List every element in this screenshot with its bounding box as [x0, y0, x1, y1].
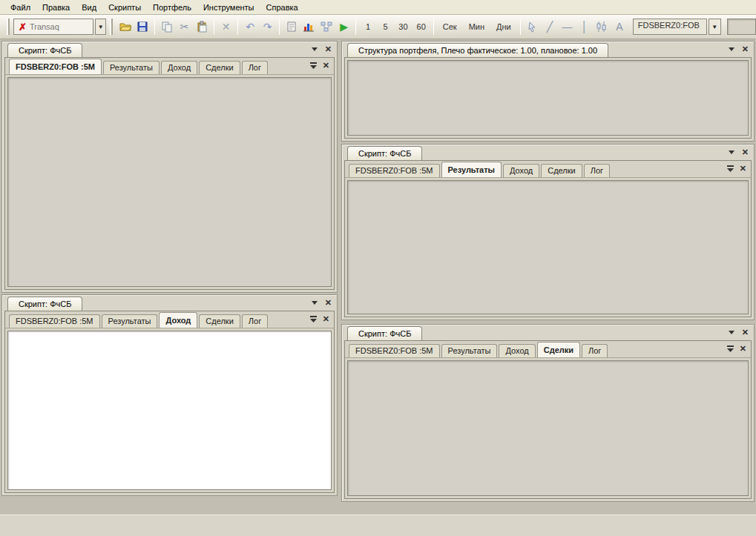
toolbar-grip[interactable] — [110, 19, 113, 35]
paste-icon — [196, 21, 208, 33]
toolbar-button-run-icon[interactable]: ▶ — [336, 18, 352, 36]
tab-close-icon[interactable]: ✕ — [323, 62, 329, 70]
tab-list-icon[interactable] — [310, 316, 317, 322]
tab-сделки[interactable]: Сделки — [199, 61, 240, 74]
toolbar-button-chart-icon[interactable] — [301, 18, 318, 36]
timeframe-button-30[interactable]: 30 — [395, 18, 411, 36]
timeframe-label: 30 — [395, 22, 410, 31]
toolbar-button-save-icon[interactable] — [135, 18, 151, 36]
unit-button-Мин[interactable]: Мин — [464, 18, 490, 36]
panel-header: Скрипт: ФчСБ ✕ — [342, 145, 754, 160]
panel-close-icon[interactable]: ✕ — [742, 148, 749, 156]
panel-tab-script[interactable]: Скрипт: ФчСБ — [347, 326, 422, 340]
tab-list-icon[interactable] — [727, 165, 734, 172]
menu-item-Портфель[interactable]: Портфель — [147, 1, 197, 13]
toolbar-button-hline-icon[interactable]: ― — [559, 18, 576, 36]
tab-fdsberz0-fob-5m[interactable]: FDSBERZ0:FOB :5M — [349, 344, 440, 357]
tab-fdsberz0-fob-5m[interactable]: FDSBERZ0:FOB :5M — [9, 314, 100, 328]
tab-лог[interactable]: Лог — [242, 61, 268, 74]
panel-tab-script[interactable]: Скрипт: ФчСБ — [347, 146, 422, 160]
timeframe-button-5[interactable]: 5 — [378, 18, 394, 36]
toolbar-button-copy-icon[interactable] — [159, 18, 175, 36]
tab-доход[interactable]: Доход — [499, 344, 535, 357]
cursor-icon — [526, 21, 539, 33]
panel-close-icon[interactable]: ✕ — [742, 328, 749, 337]
transaq-dropdown-icon[interactable]: ▼ — [95, 19, 106, 35]
unit-button-Дни[interactable]: Дни — [491, 18, 516, 36]
tab-доход[interactable]: Доход — [161, 61, 197, 74]
unit-button-Сек[interactable]: Сек — [438, 18, 462, 36]
tab-доход[interactable]: Доход — [503, 164, 539, 177]
symbol-combo-dropdown-icon[interactable]: ▼ — [709, 19, 721, 35]
tab-list-icon[interactable] — [310, 62, 317, 69]
tab-close-icon[interactable]: ✕ — [740, 345, 746, 353]
toolbar-button-paste-icon[interactable] — [194, 18, 210, 36]
toolbar-grip[interactable] — [7, 19, 10, 35]
tab-fdsberz0-fob-5m[interactable]: FDSBERZ0:FOB :5M — [349, 164, 440, 177]
toolbar-button-candles-icon[interactable] — [594, 18, 611, 36]
tab-сделки[interactable]: Сделки — [199, 314, 240, 328]
menu-item-Скрипты[interactable]: Скрипты — [102, 1, 147, 13]
tab-результаты[interactable]: Результаты — [441, 344, 498, 357]
toolbar-button-cut-icon[interactable]: ✂ — [177, 18, 193, 36]
panel-title: Скрипт: ФчСБ — [358, 329, 411, 338]
menu-item-Правка[interactable]: Правка — [36, 1, 76, 13]
menu-item-Вид[interactable]: Вид — [76, 1, 102, 13]
tab-list-icon[interactable] — [727, 345, 734, 352]
toolbar-button-delete-icon[interactable]: ✕ — [218, 18, 234, 36]
tab-close-icon[interactable]: ✕ — [323, 315, 329, 323]
redo-icon: ↷ — [263, 21, 272, 33]
tab-лог[interactable]: Лог — [582, 344, 608, 357]
panel-tab-portfolio[interactable]: Структура портфеля, Плечо фактическое: 1… — [347, 43, 608, 57]
symbol-combobox[interactable]: FDSBERZ0:FOB▼ — [633, 19, 721, 35]
tab-лог[interactable]: Лог — [242, 314, 268, 328]
results-table-area — [347, 180, 749, 314]
timeframe-button-60[interactable]: 60 — [413, 18, 430, 36]
toolbar-button-cursor-icon[interactable] — [525, 18, 541, 36]
tab-сделки[interactable]: Сделки — [537, 342, 580, 357]
panel-tab-script[interactable]: Скрипт: ФчСБ — [7, 43, 82, 57]
hline-icon: ― — [562, 21, 572, 33]
panel-title: Скрипт: ФчСБ — [358, 149, 411, 158]
transaq-connection-button[interactable]: ✗Transaq — [13, 19, 93, 35]
toolbar-button-undo-icon[interactable]: ↶ — [242, 18, 258, 36]
toolbar-button-vline-icon[interactable]: │ — [576, 18, 593, 36]
panel-close-icon[interactable]: ✕ — [325, 45, 332, 53]
tab-сделки[interactable]: Сделки — [541, 164, 582, 177]
panel-income-script: Скрипт: ФчСБ ✕ FDSBERZ0:FOB :5MРезультат… — [1, 294, 338, 496]
panel-menu-icon[interactable] — [729, 150, 734, 157]
menu-item-Инструменты[interactable]: Инструменты — [197, 1, 260, 13]
tab-fdsberz0-fob-5m[interactable]: FDSBERZ0:FOB :5M — [9, 59, 102, 74]
toolbar-button-notes-icon[interactable] — [283, 18, 300, 36]
toolbar-button-open-folder-icon[interactable] — [117, 18, 134, 36]
toolbar-button-strategy-icon[interactable] — [318, 18, 335, 36]
panel-close-icon[interactable]: ✕ — [325, 299, 332, 307]
quantity-box[interactable] — [727, 19, 756, 35]
panel-close-icon[interactable]: ✕ — [742, 45, 749, 53]
tab-результаты[interactable]: Результаты — [102, 314, 158, 328]
tab-результаты[interactable]: Результаты — [103, 61, 160, 74]
toolbar-button-redo-icon[interactable]: ↷ — [260, 18, 276, 36]
tab-лог[interactable]: Лог — [584, 164, 610, 177]
tab-результаты[interactable]: Результаты — [441, 162, 502, 177]
tab-доход[interactable]: Доход — [159, 312, 197, 328]
trades-table-area — [347, 360, 749, 496]
panel-menu-icon[interactable] — [312, 301, 318, 308]
timeframe-button-1[interactable]: 1 — [360, 18, 376, 36]
panel-menu-icon[interactable] — [312, 47, 318, 54]
panel-menu-icon[interactable] — [729, 47, 734, 54]
panel-menu-icon[interactable] — [729, 331, 734, 337]
undo-icon: ↶ — [246, 21, 254, 33]
toolbar-button-text-label-icon[interactable]: A — [611, 18, 628, 36]
tab-close-icon[interactable]: ✕ — [740, 165, 746, 173]
menu-item-Файл[interactable]: Файл — [4, 1, 36, 13]
panel-tab-script[interactable]: Скрипт: ФчСБ — [7, 297, 82, 311]
unit-label: Сек — [440, 22, 460, 31]
menu-item-Справка[interactable]: Справка — [260, 1, 304, 13]
toolbar-button-trendline-icon[interactable]: ╱ — [542, 18, 558, 36]
panel-body — [344, 57, 752, 139]
panel-body: FDSBERZ0:FOB :5MРезультатыДоходСделкиЛог… — [344, 160, 752, 317]
delete-icon: ✕ — [222, 21, 231, 33]
symbol-combo-value: FDSBERZ0:FOB — [633, 19, 707, 35]
panel-chart-script: Скрипт: ФчСБ ✕ FDSBERZ0:FOB :5MРезультат… — [1, 41, 338, 293]
